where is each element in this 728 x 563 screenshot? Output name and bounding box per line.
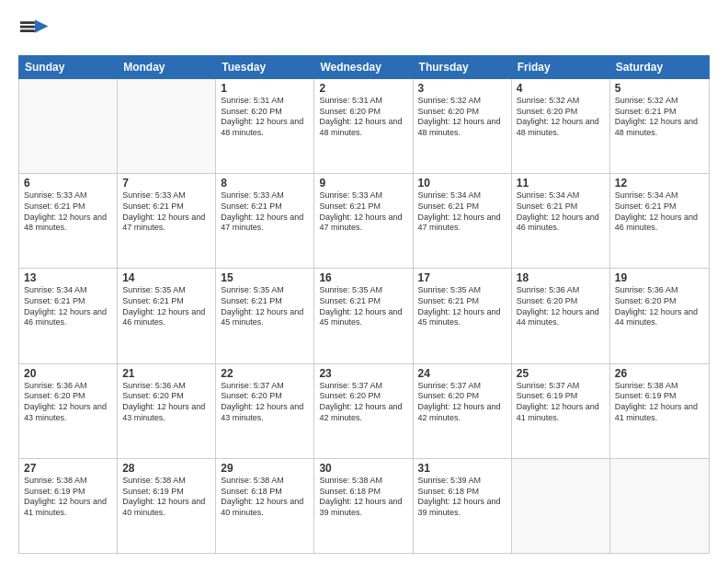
sunrise-text: Sunrise: 5:37 AM (221, 381, 309, 392)
calendar-cell: 6Sunrise: 5:33 AMSunset: 6:21 PMDaylight… (19, 174, 118, 268)
daylight-text: Daylight: 12 hours and 44 minutes. (517, 307, 605, 328)
sunrise-text: Sunrise: 5:32 AM (517, 96, 605, 107)
calendar-week-5: 27Sunrise: 5:38 AMSunset: 6:19 PMDayligh… (19, 459, 709, 553)
header-tuesday: Tuesday (216, 56, 314, 78)
sunrise-text: Sunrise: 5:37 AM (319, 381, 407, 392)
sunset-text: Sunset: 6:21 PM (24, 201, 112, 213)
day-number: 1 (221, 82, 309, 95)
calendar-cell: 29Sunrise: 5:38 AMSunset: 6:18 PMDayligh… (216, 459, 314, 553)
day-number: 24 (418, 367, 506, 380)
sunrise-text: Sunrise: 5:37 AM (517, 381, 605, 392)
sunset-text: Sunset: 6:19 PM (24, 487, 112, 498)
day-number: 12 (615, 177, 704, 190)
daylight-text: Daylight: 12 hours and 48 minutes. (418, 117, 506, 138)
header-sunday: Sunday (19, 56, 118, 78)
svg-rect-0 (20, 21, 35, 24)
header-saturday: Saturday (610, 56, 709, 78)
daylight-text: Daylight: 12 hours and 39 minutes. (319, 497, 407, 518)
calendar-cell: 27Sunrise: 5:38 AMSunset: 6:19 PMDayligh… (19, 459, 118, 553)
day-number: 6 (24, 177, 112, 190)
daylight-text: Daylight: 12 hours and 40 minutes. (221, 497, 309, 518)
calendar-cell (610, 459, 709, 553)
sunset-text: Sunset: 6:19 PM (517, 391, 605, 402)
sunrise-text: Sunrise: 5:38 AM (221, 476, 309, 487)
sunset-text: Sunset: 6:20 PM (418, 107, 506, 118)
daylight-text: Daylight: 12 hours and 46 minutes. (122, 307, 210, 328)
calendar-cell: 4Sunrise: 5:32 AMSunset: 6:20 PMDaylight… (512, 79, 610, 173)
sunset-text: Sunset: 6:18 PM (221, 487, 309, 498)
calendar-cell: 18Sunrise: 5:36 AMSunset: 6:20 PMDayligh… (512, 269, 610, 362)
day-number: 3 (418, 82, 506, 95)
calendar-cell (19, 79, 118, 173)
day-number: 19 (615, 271, 704, 284)
header-thursday: Thursday (414, 56, 512, 78)
daylight-text: Daylight: 12 hours and 48 minutes. (517, 117, 605, 138)
day-number: 13 (24, 271, 112, 284)
sunset-text: Sunset: 6:20 PM (221, 391, 309, 402)
sunrise-text: Sunrise: 5:33 AM (319, 190, 407, 201)
calendar-cell: 15Sunrise: 5:35 AMSunset: 6:21 PMDayligh… (216, 269, 314, 362)
day-number: 26 (615, 367, 704, 380)
sunrise-text: Sunrise: 5:36 AM (517, 285, 605, 296)
daylight-text: Daylight: 12 hours and 45 minutes. (418, 307, 506, 328)
header-monday: Monday (118, 56, 216, 78)
daylight-text: Daylight: 12 hours and 41 minutes. (24, 497, 112, 518)
day-number: 25 (517, 367, 605, 380)
sunset-text: Sunset: 6:20 PM (615, 296, 704, 307)
daylight-text: Daylight: 12 hours and 48 minutes. (615, 117, 704, 138)
calendar-cell: 21Sunrise: 5:36 AMSunset: 6:20 PMDayligh… (118, 364, 216, 458)
sunset-text: Sunset: 6:20 PM (517, 296, 605, 307)
sunset-text: Sunset: 6:21 PM (615, 107, 704, 118)
logo-icon (18, 15, 51, 48)
daylight-text: Daylight: 12 hours and 42 minutes. (418, 402, 506, 423)
day-number: 28 (122, 462, 210, 475)
calendar-cell: 10Sunrise: 5:34 AMSunset: 6:21 PMDayligh… (414, 174, 512, 268)
daylight-text: Daylight: 12 hours and 48 minutes. (221, 117, 309, 138)
daylight-text: Daylight: 12 hours and 45 minutes. (319, 307, 407, 328)
sunrise-text: Sunrise: 5:34 AM (24, 285, 112, 296)
daylight-text: Daylight: 12 hours and 41 minutes. (615, 402, 704, 423)
daylight-text: Daylight: 12 hours and 47 minutes. (418, 213, 506, 234)
calendar-cell: 9Sunrise: 5:33 AMSunset: 6:21 PMDaylight… (314, 174, 413, 268)
daylight-text: Daylight: 12 hours and 48 minutes. (24, 213, 112, 234)
sunset-text: Sunset: 6:20 PM (319, 107, 407, 118)
calendar-cell: 28Sunrise: 5:38 AMSunset: 6:19 PMDayligh… (118, 459, 216, 553)
sunrise-text: Sunrise: 5:36 AM (122, 381, 210, 392)
calendar-cell: 12Sunrise: 5:34 AMSunset: 6:21 PMDayligh… (610, 174, 709, 268)
calendar-cell: 16Sunrise: 5:35 AMSunset: 6:21 PMDayligh… (314, 269, 413, 362)
day-number: 27 (24, 462, 112, 475)
sunset-text: Sunset: 6:20 PM (122, 391, 210, 402)
sunset-text: Sunset: 6:21 PM (418, 201, 506, 213)
sunrise-text: Sunrise: 5:31 AM (319, 96, 407, 107)
sunrise-text: Sunrise: 5:34 AM (615, 190, 704, 201)
daylight-text: Daylight: 12 hours and 47 minutes. (221, 213, 309, 234)
calendar-cell: 2Sunrise: 5:31 AMSunset: 6:20 PMDaylight… (314, 79, 413, 173)
calendar-week-2: 6Sunrise: 5:33 AMSunset: 6:21 PMDaylight… (19, 174, 709, 269)
calendar-cell: 13Sunrise: 5:34 AMSunset: 6:21 PMDayligh… (19, 269, 118, 362)
sunset-text: Sunset: 6:21 PM (221, 296, 309, 307)
calendar-body: 1Sunrise: 5:31 AMSunset: 6:20 PMDaylight… (18, 79, 710, 554)
calendar-header: Sunday Monday Tuesday Wednesday Thursday… (18, 55, 710, 79)
daylight-text: Daylight: 12 hours and 45 minutes. (221, 307, 309, 328)
sunrise-text: Sunrise: 5:36 AM (24, 381, 112, 392)
sunset-text: Sunset: 6:21 PM (615, 201, 704, 213)
day-number: 11 (517, 177, 605, 190)
sunrise-text: Sunrise: 5:31 AM (221, 96, 309, 107)
svg-rect-2 (20, 29, 35, 32)
sunset-text: Sunset: 6:20 PM (418, 391, 506, 402)
day-number: 22 (221, 367, 309, 380)
calendar-cell (118, 79, 216, 173)
day-number: 10 (418, 177, 506, 190)
sunset-text: Sunset: 6:21 PM (319, 201, 407, 213)
daylight-text: Daylight: 12 hours and 46 minutes. (615, 213, 704, 234)
logo (18, 15, 55, 48)
sunrise-text: Sunrise: 5:37 AM (418, 381, 506, 392)
daylight-text: Daylight: 12 hours and 48 minutes. (319, 117, 407, 138)
calendar-cell: 22Sunrise: 5:37 AMSunset: 6:20 PMDayligh… (216, 364, 314, 458)
day-number: 8 (221, 177, 309, 190)
sunset-text: Sunset: 6:21 PM (24, 296, 112, 307)
calendar-cell: 20Sunrise: 5:36 AMSunset: 6:20 PMDayligh… (19, 364, 118, 458)
day-number: 2 (319, 82, 407, 95)
sunrise-text: Sunrise: 5:35 AM (122, 285, 210, 296)
daylight-text: Daylight: 12 hours and 43 minutes. (24, 402, 112, 423)
